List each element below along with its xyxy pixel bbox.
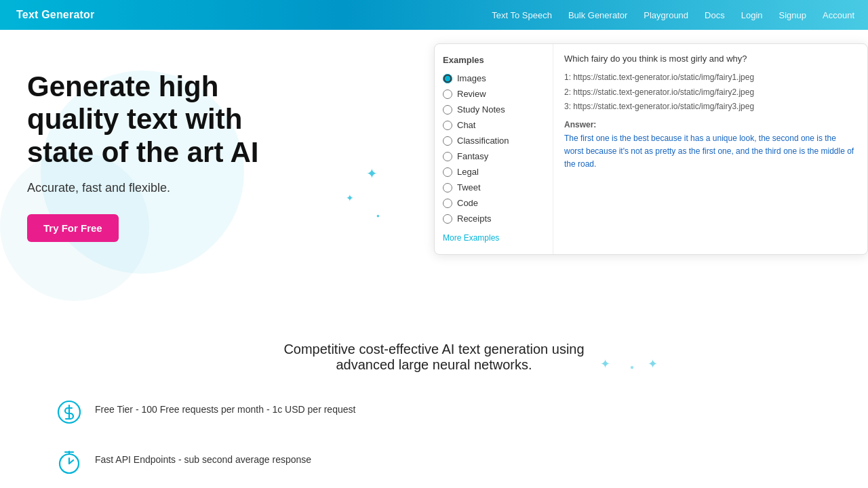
- radio-chat[interactable]: [443, 121, 452, 130]
- feature-text-fast-api: Fast API Endpoints - sub second average …: [95, 447, 311, 465]
- examples-question: Which fairy do you think is most girly a…: [564, 54, 856, 64]
- example-option-code[interactable]: Code: [443, 198, 545, 208]
- deco-star-4: ✦: [648, 357, 658, 371]
- radio-classification[interactable]: [443, 136, 452, 146]
- radio-legal[interactable]: [443, 167, 452, 177]
- radio-images[interactable]: [443, 74, 452, 83]
- deco-star-3: ✦: [600, 357, 610, 371]
- radio-review[interactable]: [443, 89, 452, 99]
- features-section: Competitive cost-effective AI text gener…: [0, 314, 868, 488]
- examples-content: Which fairy do you think is most girly a…: [553, 44, 867, 254]
- nav-signup[interactable]: Signup: [779, 10, 806, 20]
- example-option-review[interactable]: Review: [443, 89, 545, 99]
- feature-item-free-tier: Free Tier - 100 Free requests per month …: [27, 397, 841, 427]
- examples-answer-text: The first one is the best because it has…: [564, 132, 856, 171]
- deco-dot-1: ●: [376, 213, 380, 219]
- deco-dot-2: ●: [630, 363, 634, 371]
- example-option-receipts[interactable]: Receipts: [443, 214, 545, 224]
- hero-section: ✦ ● ✦ Generate high quality text with st…: [0, 30, 868, 314]
- nav-account[interactable]: Account: [823, 10, 854, 20]
- more-examples-link[interactable]: More Examples: [443, 233, 499, 243]
- example-option-legal[interactable]: Legal: [443, 167, 545, 177]
- main-nav: Text To Speech Bulk Generator Playground…: [492, 10, 854, 20]
- nav-bulk-generator[interactable]: Bulk Generator: [568, 10, 627, 20]
- examples-sidebar: Examples Images Review Study Notes Chat …: [435, 44, 553, 254]
- deco-star-1: ✦: [366, 165, 378, 182]
- radio-code[interactable]: [443, 199, 452, 208]
- radio-tweet[interactable]: [443, 183, 452, 192]
- timer-icon: [54, 447, 84, 477]
- example-option-classification[interactable]: Classification: [443, 136, 545, 146]
- example-option-images[interactable]: Images: [443, 73, 545, 83]
- nav-login[interactable]: Login: [741, 10, 763, 20]
- dollar-icon: [54, 397, 84, 427]
- nav-text-to-speech[interactable]: Text To Speech: [492, 10, 552, 20]
- examples-panel: Examples Images Review Study Notes Chat …: [434, 43, 868, 255]
- example-option-study-notes[interactable]: Study Notes: [443, 104, 545, 115]
- example-option-fantasy[interactable]: Fantasy: [443, 151, 545, 161]
- header: Text Generator Text To Speech Bulk Gener…: [0, 0, 868, 30]
- nav-playground[interactable]: Playground: [644, 10, 688, 20]
- deco-star-2: ✦: [346, 192, 354, 203]
- features-headline: Competitive cost-effective AI text gener…: [264, 342, 604, 373]
- hero-title: Generate high quality text with state of…: [27, 70, 278, 169]
- radio-study-notes[interactable]: [443, 105, 452, 115]
- try-free-button[interactable]: Try For Free: [27, 214, 119, 242]
- nav-docs[interactable]: Docs: [705, 10, 725, 20]
- feature-item-fast-api: Fast API Endpoints - sub second average …: [27, 447, 841, 477]
- logo[interactable]: Text Generator: [16, 9, 94, 21]
- feature-text-free-tier: Free Tier - 100 Free requests per month …: [95, 397, 355, 415]
- examples-urls: 1: https://static.text-generator.io/stat…: [564, 70, 856, 115]
- radio-receipts[interactable]: [443, 214, 452, 224]
- radio-fantasy[interactable]: [443, 152, 452, 161]
- examples-answer-label: Answer:: [564, 120, 856, 129]
- hero-subtitle: Accurate, fast and flexible.: [27, 181, 278, 195]
- example-option-chat[interactable]: Chat: [443, 120, 545, 130]
- example-option-tweet[interactable]: Tweet: [443, 182, 545, 192]
- examples-section-title: Examples: [443, 55, 545, 65]
